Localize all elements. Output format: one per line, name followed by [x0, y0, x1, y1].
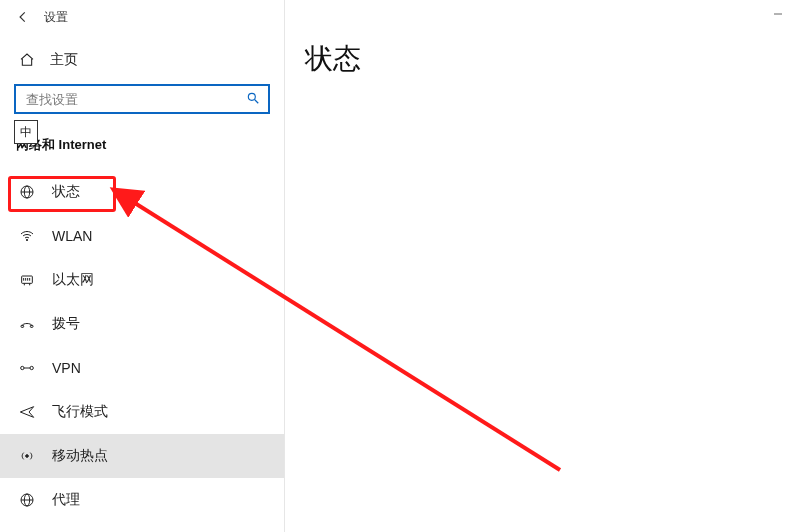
svg-point-5 [26, 239, 27, 240]
window-title: 设置 [44, 9, 68, 26]
airplane-icon [16, 404, 38, 420]
svg-rect-13 [21, 325, 24, 327]
page-title: 状态 [305, 40, 361, 78]
home-nav[interactable]: 主页 [0, 42, 284, 78]
home-label: 主页 [50, 51, 78, 69]
nav-label: 代理 [52, 491, 80, 509]
search-box[interactable] [14, 84, 270, 114]
ethernet-icon [16, 272, 38, 288]
ime-indicator[interactable]: 中 [14, 120, 38, 144]
svg-point-18 [26, 455, 29, 458]
svg-point-16 [30, 366, 33, 369]
nav-label: WLAN [52, 228, 92, 244]
vpn-icon [16, 360, 38, 376]
sidebar: 设置 主页 中 网络和 Internet [0, 0, 285, 532]
proxy-icon [16, 492, 38, 508]
nav-list: 状态 WLAN [0, 170, 284, 522]
hotspot-icon [16, 448, 38, 464]
nav-label: 状态 [52, 183, 80, 201]
nav-item-dialup[interactable]: 拨号 [0, 302, 284, 346]
nav-label: 拨号 [52, 315, 80, 333]
nav-item-wlan[interactable]: WLAN [0, 214, 284, 258]
content-area: 状态 [285, 0, 800, 532]
search-icon [244, 91, 262, 108]
nav-label: VPN [52, 360, 81, 376]
search-input[interactable] [24, 91, 240, 108]
section-title-suffix: Internet [55, 137, 106, 152]
nav-item-airplane[interactable]: 飞行模式 [0, 390, 284, 434]
window-controls [756, 0, 800, 28]
nav-label: 以太网 [52, 271, 94, 289]
globe-icon [16, 184, 38, 200]
nav-item-vpn[interactable]: VPN [0, 346, 284, 390]
svg-line-1 [255, 99, 259, 103]
nav-item-status[interactable]: 状态 [0, 170, 284, 214]
nav-item-ethernet[interactable]: 以太网 [0, 258, 284, 302]
back-button[interactable] [8, 2, 38, 32]
nav-label: 飞行模式 [52, 403, 108, 421]
nav-item-hotspot[interactable]: 移动热点 [0, 434, 284, 478]
nav-item-proxy[interactable]: 代理 [0, 478, 284, 522]
dialup-icon [16, 316, 38, 332]
wifi-icon [16, 228, 38, 244]
titlebar: 设置 [0, 0, 284, 34]
svg-point-15 [21, 366, 24, 369]
svg-rect-14 [30, 325, 33, 327]
home-icon [16, 52, 38, 68]
minimize-button[interactable] [756, 0, 800, 28]
nav-label: 移动热点 [52, 447, 108, 465]
svg-point-0 [248, 93, 255, 100]
